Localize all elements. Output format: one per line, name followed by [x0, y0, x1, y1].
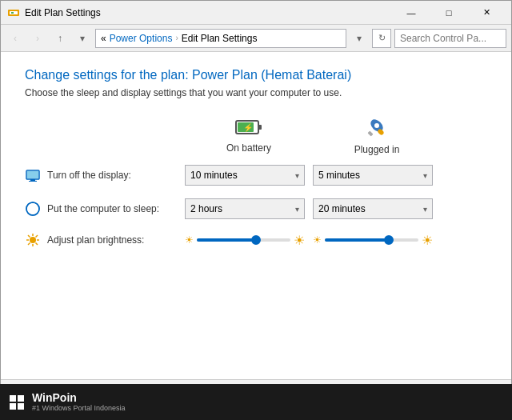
brightness-icon — [25, 232, 41, 248]
dropdown-arrow-icon: ▾ — [423, 205, 427, 214]
sleep-label: Put the computer to sleep: — [25, 201, 185, 217]
search-box: 🔍 — [394, 29, 506, 48]
up-button[interactable]: ↑ — [50, 29, 70, 48]
address-path: « Power Options › Edit Plan Settings — [95, 29, 346, 48]
brightness-row: Adjust plan brightness: ☀ ☀ ☀ ☀ — [25, 232, 487, 248]
svg-point-9 — [374, 123, 379, 128]
search-input[interactable] — [400, 33, 512, 44]
breadcrumb-edit-plan: Edit Plan Settings — [182, 33, 258, 44]
display-off-battery-dropdown[interactable]: 10 minutes ▾ — [185, 165, 305, 186]
svg-text:⚡: ⚡ — [243, 122, 254, 133]
refresh-button[interactable]: ↻ — [372, 29, 391, 48]
page-subtitle: Choose the sleep and display settings th… — [25, 87, 487, 98]
battery-icon: ⚡ — [235, 118, 262, 139]
main-window: Edit Plan Settings — □ ✕ ‹ › ↑ ▾ « Power… — [0, 0, 512, 420]
svg-rect-13 — [29, 181, 37, 182]
window-title: Edit Plan Settings — [25, 7, 393, 18]
svg-line-22 — [28, 235, 30, 238]
breadcrumb-power-options[interactable]: Power Options — [110, 33, 173, 44]
sun-small-icon-plugged: ☀ — [313, 234, 322, 246]
settings-header: ⚡ On battery Plugged in — [25, 118, 487, 155]
maximize-button[interactable]: □ — [430, 1, 467, 25]
svg-line-24 — [36, 235, 38, 238]
window-controls: — □ ✕ — [393, 1, 505, 25]
svg-point-16 — [26, 202, 39, 215]
content-area: Change settings for the plan: Power Plan… — [1, 52, 511, 379]
sun-small-icon-battery: ☀ — [185, 234, 194, 246]
recent-button[interactable]: ▾ — [73, 29, 92, 48]
svg-point-17 — [30, 237, 36, 243]
brightness-plugged-slider-container: ☀ ☀ — [313, 233, 433, 248]
watermark-name: WinPoin — [32, 391, 126, 404]
back-button[interactable]: ‹ — [6, 29, 25, 48]
minimize-button[interactable]: — — [393, 1, 430, 25]
brightness-plugged-slider[interactable] — [325, 238, 418, 242]
svg-rect-8 — [367, 130, 373, 136]
watermark: WinPoin #1 Windows Portal Indonesia — [0, 384, 512, 420]
watermark-text-container: WinPoin #1 Windows Portal Indonesia — [32, 391, 126, 413]
svg-line-25 — [28, 243, 30, 246]
display-icon — [25, 167, 41, 183]
page-title: Change settings for the plan: Power Plan… — [25, 68, 487, 82]
battery-column-header: ⚡ On battery — [185, 118, 313, 155]
brightness-battery-slider[interactable] — [197, 238, 290, 242]
window-icon — [7, 6, 20, 19]
sun-large-icon-battery: ☀ — [294, 233, 305, 248]
sleep-battery-dropdown[interactable]: 2 hours ▾ — [185, 198, 305, 219]
sleep-plugged-dropdown[interactable]: 20 minutes ▾ — [313, 198, 433, 219]
display-off-row: Turn off the display: 10 minutes ▾ 5 min… — [25, 165, 487, 186]
close-button[interactable]: ✕ — [468, 1, 505, 25]
dropdown-arrow-icon: ▾ — [295, 205, 299, 214]
dropdown-arrow-icon: ▾ — [295, 171, 299, 180]
display-off-label: Turn off the display: — [25, 167, 185, 183]
svg-rect-4 — [258, 125, 262, 130]
brightness-battery-slider-container: ☀ ☀ — [185, 233, 305, 248]
watermark-tagline: #1 Windows Portal Indonesia — [32, 404, 126, 413]
svg-rect-2 — [11, 12, 14, 14]
dropdown-arrow-button[interactable]: ▾ — [350, 29, 369, 48]
dropdown-arrow-icon: ▾ — [423, 171, 427, 180]
svg-rect-14 — [27, 171, 38, 178]
title-bar: Edit Plan Settings — □ ✕ — [1, 1, 511, 25]
breadcrumb-separator: › — [175, 34, 178, 42]
sun-large-icon-plugged: ☀ — [422, 233, 433, 248]
svg-line-23 — [36, 243, 38, 246]
forward-button[interactable]: › — [28, 29, 47, 48]
brightness-label: Adjust plan brightness: — [25, 232, 185, 248]
path-root-icon: « — [101, 33, 106, 44]
plugged-column-header: Plugged in — [313, 118, 441, 155]
display-off-plugged-dropdown[interactable]: 5 minutes ▾ — [313, 165, 433, 186]
plugged-icon — [365, 118, 389, 141]
svg-rect-12 — [30, 179, 35, 181]
sleep-row: Put the computer to sleep: 2 hours ▾ 20 … — [25, 198, 487, 219]
address-bar: ‹ › ↑ ▾ « Power Options › Edit Plan Sett… — [1, 25, 511, 52]
winpoin-logo — [10, 395, 24, 410]
sleep-icon — [25, 201, 41, 217]
